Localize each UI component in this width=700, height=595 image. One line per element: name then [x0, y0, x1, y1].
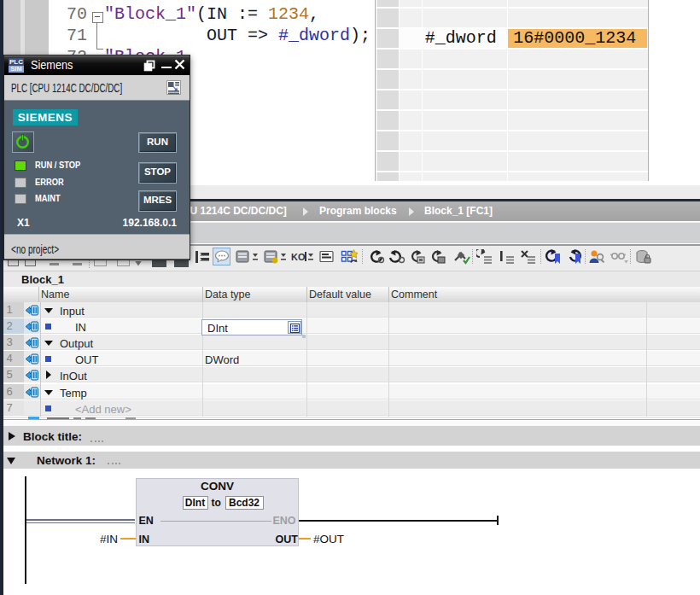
svg-text:KO: KO	[291, 252, 306, 262]
